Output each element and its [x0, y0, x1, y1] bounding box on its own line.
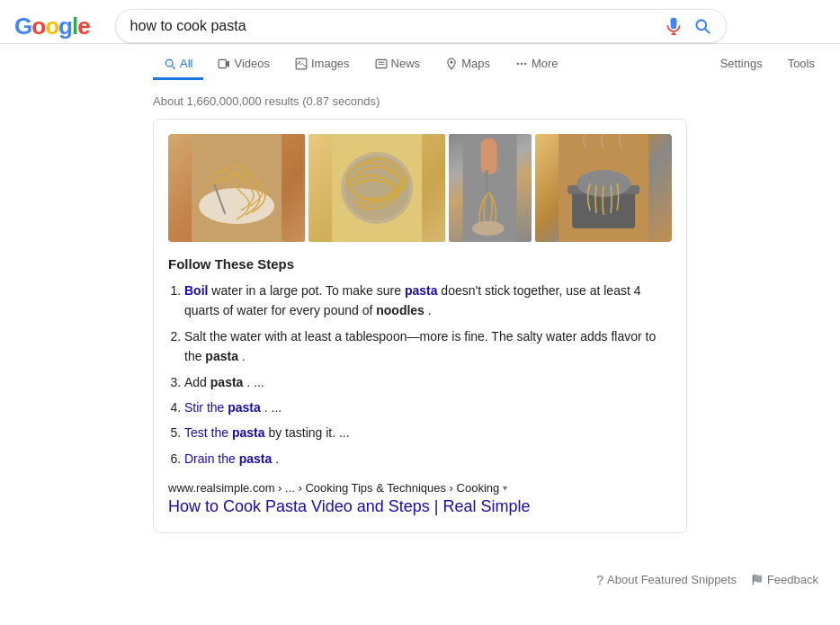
source-url: www.realsimple.com › ... › Cooking Tips …: [168, 481, 672, 495]
tools-label: Tools: [788, 57, 815, 70]
results-area: About 1,660,000,000 results (0.87 second…: [0, 80, 840, 540]
search-input[interactable]: [130, 18, 656, 34]
help-icon: ?: [596, 573, 603, 587]
nav-videos-label: Videos: [234, 57, 270, 70]
nav-right: Settings Tools: [710, 49, 840, 80]
nav-maps-label: Maps: [461, 57, 490, 70]
search-icons-group: [665, 17, 711, 35]
nav-item-videos[interactable]: Videos: [207, 49, 281, 80]
step-4-pasta: pasta: [228, 400, 261, 415]
steps-list: Boil water in a large pot. To make sure …: [168, 281, 672, 469]
snippet-image-1: [168, 134, 305, 242]
svg-point-24: [472, 221, 505, 236]
nav-images-label: Images: [311, 57, 350, 70]
step-5-link[interactable]: Test the: [184, 425, 232, 440]
step-2-pasta: pasta: [205, 349, 238, 363]
mic-icon[interactable]: [665, 17, 683, 35]
svg-line-1: [705, 29, 710, 33]
step-1-boil-link[interactable]: Boil: [184, 283, 208, 298]
step-5-pasta-link[interactable]: pasta: [232, 425, 265, 440]
nav-all-label: All: [180, 57, 192, 70]
step-2-text: Salt the water with at least a tablespoo…: [184, 329, 656, 363]
nav-item-news[interactable]: News: [364, 49, 432, 80]
nav-news-label: News: [391, 57, 421, 70]
snippet-image-4: [535, 134, 672, 242]
nav-item-all[interactable]: All: [153, 49, 203, 80]
settings-label: Settings: [720, 57, 763, 70]
source-dropdown-arrow[interactable]: ▾: [503, 483, 507, 493]
nav-bar: All Videos Images News Maps: [0, 44, 840, 80]
logo-area: Google: [14, 13, 101, 40]
steps-title: Follow These Steps: [168, 256, 672, 272]
step-6-period: .: [275, 451, 279, 466]
nav-item-more[interactable]: More: [505, 49, 569, 80]
step-6-pasta: pasta: [239, 451, 273, 466]
step-1-text-1: water in a large pot. To make sure: [211, 283, 405, 298]
logo-letter-o1: o: [31, 13, 45, 40]
step-1-noodles: noodles: [376, 303, 424, 317]
source-url-text: www.realsimple.com › ... › Cooking Tips …: [168, 481, 499, 495]
step-6-pasta-link[interactable]: pasta: [239, 451, 273, 466]
svg-rect-4: [219, 59, 227, 67]
step-5-text: by tasting it. ...: [268, 425, 349, 440]
step-item-4: Stir the pasta . ...: [184, 397, 672, 417]
more-nav-icon: [515, 58, 528, 70]
svg-point-13: [521, 62, 523, 64]
google-logo: Google: [14, 13, 90, 40]
logo-letter-e: e: [77, 13, 89, 40]
logo-letter-o2: o: [45, 13, 58, 40]
logo-letter-g: G: [14, 13, 31, 40]
nav-item-maps[interactable]: Maps: [434, 49, 501, 80]
about-snippets-item[interactable]: ? About Featured Snippets: [596, 573, 737, 587]
video-nav-icon: [218, 58, 230, 70]
step-item-1: Boil water in a large pot. To make sure …: [184, 281, 672, 321]
step-6-link[interactable]: Drain the: [184, 451, 239, 466]
nav-settings[interactable]: Settings: [710, 49, 773, 80]
step-4-link[interactable]: Stir the: [184, 400, 228, 415]
source-title-link[interactable]: How to Cook Pasta Video and Steps | Real…: [168, 497, 531, 515]
maps-nav-icon: [445, 58, 458, 70]
svg-line-3: [172, 66, 174, 68]
news-nav-icon: [375, 58, 388, 70]
feedback-item[interactable]: Feedback: [751, 573, 818, 586]
step-1-pasta-link[interactable]: pasta: [405, 283, 438, 298]
step-3-text: Add: [184, 375, 210, 389]
step-4-ellipsis: . ...: [264, 400, 281, 415]
step-4-pasta-link[interactable]: pasta: [228, 400, 261, 415]
nav-more-label: More: [532, 57, 559, 70]
step-2-period: .: [242, 349, 246, 363]
step-item-3: Add pasta . ...: [184, 372, 672, 392]
svg-point-11: [451, 60, 453, 63]
step-item-5: Test the pasta by tasting it. ...: [184, 423, 672, 442]
svg-point-12: [517, 62, 519, 64]
result-count: About 1,660,000,000 results (0.87 second…: [153, 94, 687, 108]
snippet-images-row: [168, 134, 672, 242]
image-nav-icon: [295, 58, 308, 70]
flag-icon: [751, 574, 764, 586]
svg-point-16: [199, 188, 274, 224]
step-item-2: Salt the water with at least a tablespoo…: [184, 326, 672, 367]
featured-snippet-card: Follow These Steps Boil water in a large…: [153, 119, 687, 533]
nav-tools[interactable]: Tools: [777, 49, 826, 80]
svg-point-14: [524, 62, 526, 64]
step-3-pasta: pasta: [210, 375, 244, 389]
svg-rect-22: [481, 138, 497, 174]
header: Google: [0, 0, 840, 44]
source-line: www.realsimple.com › ... › Cooking Tips …: [168, 481, 672, 517]
step-3-ellipsis: . ...: [246, 375, 264, 389]
nav-item-images[interactable]: Images: [284, 49, 361, 80]
search-submit-icon[interactable]: [693, 17, 711, 35]
about-snippets-label: About Featured Snippets: [607, 573, 737, 586]
step-1-text-3: .: [428, 303, 432, 317]
search-nav-icon: [164, 58, 176, 70]
step-item-6: Drain the pasta .: [184, 449, 672, 469]
svg-rect-8: [376, 59, 387, 67]
snippet-image-3: [449, 134, 531, 242]
feedback-label: Feedback: [767, 573, 818, 586]
step-5-pasta: pasta: [232, 425, 265, 440]
logo-letter-g2: g: [58, 13, 72, 40]
search-bar[interactable]: [115, 9, 727, 43]
footer-row: ? About Featured Snippets Feedback: [0, 558, 840, 602]
snippet-image-2: [308, 134, 445, 242]
